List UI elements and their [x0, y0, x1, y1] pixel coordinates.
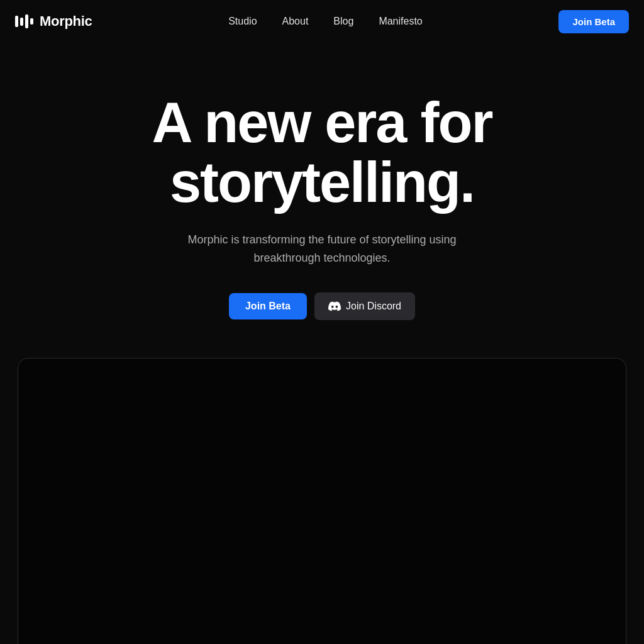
- nav-link-blog[interactable]: Blog: [333, 16, 353, 26]
- logo-bar-2: [20, 18, 23, 26]
- hero-join-beta-button[interactable]: Join Beta: [229, 293, 307, 319]
- hero-title-line1: A new era for: [152, 91, 492, 154]
- logo-icon: [15, 14, 33, 28]
- nav-join-beta-button[interactable]: Join Beta: [558, 10, 629, 33]
- logo-bar-3: [25, 14, 28, 28]
- hero-subtitle: Morphic is transforming the future of st…: [165, 231, 479, 267]
- nav-links: Studio About Blog Manifesto: [228, 16, 423, 27]
- nav-item-manifesto[interactable]: Manifesto: [379, 16, 422, 27]
- nav-item-blog[interactable]: Blog: [333, 16, 353, 27]
- brand-name: Morphic: [40, 13, 92, 30]
- nav-item-studio[interactable]: Studio: [228, 16, 257, 27]
- hero-section: A new era for storytelling. Morphic is t…: [0, 43, 644, 358]
- hero-title-line2: storytelling.: [170, 151, 474, 214]
- discord-button-label: Join Discord: [346, 301, 401, 312]
- logo-bar-4: [30, 18, 33, 25]
- logo[interactable]: Morphic: [15, 13, 92, 30]
- hero-buttons: Join Beta Join Discord: [229, 292, 415, 320]
- nav-link-about[interactable]: About: [282, 16, 309, 26]
- discord-icon: [328, 300, 341, 313]
- navbar: Morphic Studio About Blog Manifesto Join…: [0, 0, 644, 43]
- preview-inner: [18, 358, 626, 644]
- hero-title: A new era for storytelling.: [152, 93, 492, 212]
- preview-container: [18, 358, 626, 644]
- nav-item-about[interactable]: About: [282, 16, 309, 27]
- nav-link-manifesto[interactable]: Manifesto: [379, 16, 422, 26]
- logo-bar-1: [15, 16, 18, 27]
- nav-link-studio[interactable]: Studio: [228, 16, 257, 26]
- hero-join-discord-button[interactable]: Join Discord: [314, 292, 415, 320]
